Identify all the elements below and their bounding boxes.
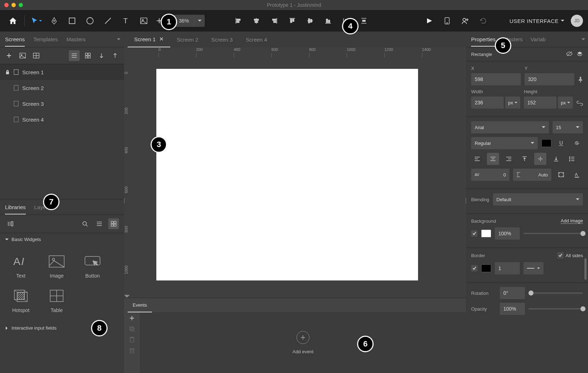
user-avatar[interactable]: JD xyxy=(571,15,583,27)
collapse-left-icon[interactable] xyxy=(124,198,125,204)
minimize-window[interactable] xyxy=(11,3,16,7)
opacity-slider[interactable] xyxy=(528,308,583,310)
canvas-tab[interactable]: Screen 4 xyxy=(239,32,274,47)
sort-up-icon[interactable] xyxy=(110,50,120,61)
sort-down-icon[interactable] xyxy=(96,50,107,61)
text-color-swatch[interactable] xyxy=(541,139,551,147)
canvas[interactable]: 0 200 400 600 800 1000 1200 1400 0 200 4… xyxy=(124,47,466,294)
delete-event-icon[interactable] xyxy=(129,348,134,353)
tab-masters[interactable]: Masters xyxy=(66,36,85,42)
add-screen-icon[interactable] xyxy=(4,50,14,61)
ui-mode-dropdown[interactable]: USER INTERFACE xyxy=(509,18,564,24)
blending-select[interactable]: Default xyxy=(493,193,583,206)
list-icon[interactable] xyxy=(566,153,578,165)
line-tool-icon[interactable] xyxy=(100,13,116,29)
letter-spacing[interactable]: AV 0 xyxy=(471,169,509,181)
select-tool-icon[interactable] xyxy=(28,13,44,29)
border-enable-checkbox[interactable] xyxy=(471,265,478,272)
autosize-icon[interactable] xyxy=(555,169,567,181)
left-tabs-menu-icon[interactable] xyxy=(117,38,120,41)
zoom-dropdown-icon[interactable] xyxy=(194,15,205,27)
collapse-right-icon[interactable] xyxy=(465,198,466,204)
text-style-icon[interactable]: A xyxy=(571,169,583,181)
zoom-control[interactable]: 36% xyxy=(174,15,205,27)
screen-row[interactable]: Screen 2 xyxy=(0,80,124,96)
rotation-input[interactable] xyxy=(500,287,525,299)
strikethrough-icon[interactable]: S xyxy=(571,137,583,149)
valign-middle-icon[interactable] xyxy=(534,153,546,165)
screen-row[interactable]: Screen 4 xyxy=(0,112,124,127)
tab-events[interactable]: Events xyxy=(128,298,152,312)
font-size-select[interactable]: 15 xyxy=(553,121,583,133)
align-middle-icon[interactable] xyxy=(302,13,318,29)
artboard[interactable] xyxy=(156,69,418,280)
scrollbar[interactable] xyxy=(584,258,587,280)
paste-event-icon[interactable] xyxy=(129,337,134,343)
bg-color-swatch[interactable] xyxy=(481,230,491,237)
width-unit[interactable]: px xyxy=(505,96,520,109)
border-color-swatch[interactable] xyxy=(481,264,491,272)
maximize-window[interactable] xyxy=(19,3,23,7)
pin-icon[interactable] xyxy=(578,77,583,82)
close-window[interactable] xyxy=(4,3,9,7)
pen-tool-icon[interactable] xyxy=(46,13,62,29)
align-left-icon[interactable] xyxy=(231,13,246,29)
home-icon[interactable] xyxy=(5,13,21,29)
copy-event-icon[interactable] xyxy=(129,326,135,332)
text-tool-icon[interactable]: T xyxy=(118,13,134,29)
play-icon[interactable] xyxy=(421,13,437,29)
height-input[interactable] xyxy=(524,96,556,109)
opacity-input[interactable] xyxy=(500,303,525,315)
ruler-horizontal[interactable]: 0 200 400 600 800 1000 1200 1400 xyxy=(138,47,466,57)
library-selector-icon[interactable] xyxy=(5,218,16,229)
lib-list-view-icon[interactable] xyxy=(94,218,105,229)
add-folder-icon[interactable] xyxy=(31,50,42,61)
align-text-right-icon[interactable] xyxy=(503,153,515,165)
bg-opacity-slider[interactable] xyxy=(523,233,583,234)
align-text-center-icon[interactable] xyxy=(487,153,499,165)
valign-top-icon[interactable] xyxy=(518,153,531,165)
border-style-select[interactable] xyxy=(523,262,544,274)
share-icon[interactable] xyxy=(457,13,473,29)
align-top-icon[interactable] xyxy=(284,13,300,29)
tab-variables[interactable]: Variab xyxy=(531,36,546,42)
tab-templates[interactable]: Templates xyxy=(33,36,58,42)
font-select[interactable]: Arial xyxy=(471,121,549,133)
search-icon[interactable] xyxy=(80,218,90,229)
ruler-vertical[interactable]: 0 200 400 600 800 1000 xyxy=(124,57,138,294)
undo-icon[interactable] xyxy=(475,13,491,29)
widget-image[interactable]: Image xyxy=(39,249,75,284)
canvas-tab[interactable]: Screen 2 xyxy=(170,32,205,47)
widget-hotspot[interactable]: Hotspot xyxy=(3,284,39,318)
lib-section-basic[interactable]: Basic Widgets xyxy=(0,233,124,246)
device-preview-icon[interactable] xyxy=(439,13,455,29)
line-height[interactable]: Auto xyxy=(513,169,551,181)
screen-row[interactable]: Screen 3 xyxy=(0,96,124,112)
add-image-screen-icon[interactable] xyxy=(17,50,28,61)
bg-opacity-input[interactable] xyxy=(495,227,520,240)
align-center-h-icon[interactable] xyxy=(248,13,264,29)
grid-view-icon[interactable] xyxy=(82,50,93,61)
align-bottom-icon[interactable] xyxy=(320,13,336,29)
widget-button[interactable]: Button xyxy=(75,249,110,284)
lib-grid-view-icon[interactable] xyxy=(108,218,119,229)
y-input[interactable] xyxy=(525,73,574,85)
right-tabs-menu-icon[interactable] xyxy=(582,38,585,41)
canvas-tab[interactable]: Screen 1✕ xyxy=(128,32,170,47)
align-right-icon[interactable] xyxy=(266,13,282,29)
visibility-icon[interactable] xyxy=(566,51,573,57)
tab-screens[interactable]: Screens xyxy=(5,36,25,47)
list-view-icon[interactable] xyxy=(69,50,80,61)
layers-icon[interactable] xyxy=(577,51,583,57)
underline-icon[interactable]: U xyxy=(555,137,567,149)
add-image-link[interactable]: Add image xyxy=(561,218,583,224)
canvas-tab[interactable]: Screen 3 xyxy=(205,32,239,47)
collapse-bottom-icon[interactable] xyxy=(124,294,130,298)
all-sides-checkbox[interactable] xyxy=(557,252,564,259)
height-unit[interactable]: px xyxy=(558,96,573,109)
widget-text[interactable]: AIText xyxy=(3,249,39,284)
border-width-input[interactable] xyxy=(495,262,520,274)
rectangle-tool-icon[interactable] xyxy=(64,13,80,29)
add-event-icon[interactable] xyxy=(129,315,135,321)
link-dimensions-icon[interactable] xyxy=(577,101,583,106)
